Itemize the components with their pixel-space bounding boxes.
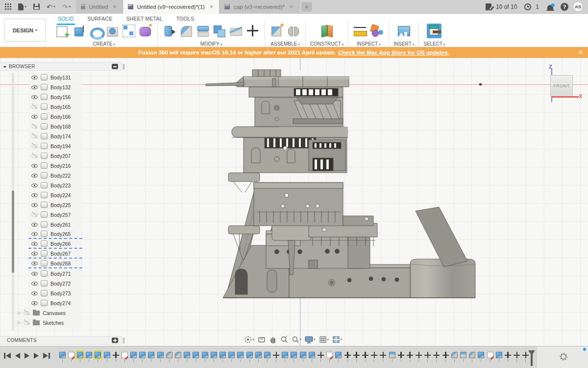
browser-body-row[interactable]: Body272: [28, 279, 82, 288]
timeline-feature-extrude[interactable]: [85, 351, 94, 362]
new-document-button[interactable]: ▾: [18, 3, 26, 10]
visibility-eye-icon[interactable]: [31, 182, 38, 188]
comments-panel-header[interactable]: COMMENTS: [0, 336, 122, 344]
timeline-feature-move[interactable]: [423, 351, 432, 362]
fillet-icon[interactable]: [179, 24, 194, 38]
timeline-feature-extrude[interactable]: [129, 351, 138, 362]
add-comment-icon[interactable]: [112, 338, 118, 343]
timeline-feature-extrude[interactable]: [58, 351, 67, 362]
timeline-feature-move[interactable]: [396, 351, 405, 362]
browser-body-row[interactable]: Body271: [28, 269, 82, 278]
visibility-eye-icon[interactable]: [31, 250, 38, 257]
browser-body-row[interactable]: Body261: [28, 220, 82, 229]
ribbon-group-label-construct[interactable]: CONSTRUCT: [310, 41, 343, 47]
grid-settings-icon[interactable]: ▾: [319, 336, 329, 343]
timeline-feature-extrude[interactable]: [254, 351, 263, 362]
visibility-eye-off-icon[interactable]: [31, 123, 38, 130]
visibility-eye-icon[interactable]: [31, 94, 38, 100]
timeline-feature-extrude[interactable]: [290, 351, 298, 362]
browser-body-row[interactable]: Body265: [28, 230, 82, 239]
visibility-eye-off-icon[interactable]: [31, 104, 38, 110]
browser-body-row[interactable]: Body165: [28, 102, 82, 111]
move-tool-icon[interactable]: [245, 24, 260, 38]
joint-icon[interactable]: [286, 24, 301, 38]
visibility-eye-off-icon[interactable]: [31, 133, 38, 139]
select-tool-icon[interactable]: [427, 24, 441, 38]
browser-body-row[interactable]: Body267: [28, 249, 82, 259]
timeline-feature-move[interactable]: [111, 351, 120, 362]
timeline-feature-extrude[interactable]: [94, 351, 102, 362]
measure-icon[interactable]: [353, 24, 368, 38]
pattern-icon[interactable]: [122, 24, 136, 38]
timeline-feature-move[interactable]: [415, 351, 423, 362]
timeline-feature-move[interactable]: [503, 351, 512, 362]
timeline-feature-sketch[interactable]: [325, 351, 334, 362]
workspace-selector-button[interactable]: DESIGN: [4, 19, 46, 42]
form-icon[interactable]: [138, 24, 153, 38]
section-analysis-icon[interactable]: [369, 24, 384, 38]
visibility-eye-off-icon[interactable]: [31, 153, 38, 159]
visibility-eye-icon[interactable]: [31, 260, 38, 266]
browser-body-row[interactable]: Body174: [28, 131, 82, 141]
browser-body-row[interactable]: Body156: [28, 92, 82, 102]
timeline-feature-extrude[interactable]: [298, 351, 307, 362]
timeline-feature-extrude[interactable]: [183, 351, 192, 362]
visibility-eye-icon[interactable]: [31, 113, 38, 120]
timeline-feature-extrude[interactable]: [102, 351, 111, 362]
display-settings-icon[interactable]: ▾: [305, 336, 316, 343]
timeline-feature-extrude[interactable]: [307, 351, 316, 362]
collapse-panel-icon[interactable]: ◂◂: [3, 64, 5, 69]
timeline-feature-extrude[interactable]: [138, 351, 147, 362]
browser-folder-row[interactable]: ▷Sketches: [15, 318, 82, 327]
new-tab-button[interactable]: +: [301, 2, 312, 12]
browser-body-row[interactable]: Body223: [28, 181, 82, 190]
notifications-bell-icon[interactable]: [547, 5, 553, 10]
timeline-feature-extrude[interactable]: [477, 351, 486, 362]
browser-body-row[interactable]: Body257: [28, 210, 82, 219]
ribbon-group-label-assemble[interactable]: ASSEMBLE: [270, 41, 299, 47]
visibility-eye-icon[interactable]: [31, 202, 38, 208]
browser-body-row[interactable]: Body194: [28, 141, 82, 151]
split-body-icon[interactable]: [229, 24, 244, 38]
create-sketch-icon[interactable]: [55, 24, 70, 38]
panel-display-toggle-icon[interactable]: [112, 64, 118, 69]
visibility-eye-icon[interactable]: [31, 270, 38, 277]
timeline-feature-move[interactable]: [405, 351, 414, 362]
browser-body-row[interactable]: Body268: [28, 259, 82, 268]
banner-link[interactable]: Check the Mac App Store for OS updates.: [338, 50, 449, 55]
visibility-eye-icon[interactable]: [31, 280, 38, 287]
ribbon-group-label-create[interactable]: CREATE: [93, 41, 115, 47]
ship-superstructure-model[interactable]: [205, 64, 479, 299]
fit-icon[interactable]: ▾: [292, 336, 302, 343]
viewports-icon[interactable]: ▾: [332, 336, 343, 343]
browser-body-row[interactable]: Body266: [28, 239, 82, 249]
browser-body-row[interactable]: Body222: [28, 171, 82, 180]
timeline-feature-move[interactable]: [272, 351, 281, 362]
pan-hand-icon[interactable]: [269, 336, 277, 343]
close-icon[interactable]: ×: [209, 3, 214, 10]
visibility-eye-off-icon[interactable]: [24, 310, 30, 316]
timeline-feature-extrude[interactable]: [147, 351, 156, 362]
shell-icon[interactable]: [196, 24, 210, 38]
document-tab-3[interactable]: cap (v3~recovered)*×: [220, 0, 299, 14]
visibility-eye-icon[interactable]: [31, 74, 38, 80]
visibility-eye-icon[interactable]: [31, 231, 38, 237]
expand-triangle-icon[interactable]: ▷: [18, 311, 21, 315]
browser-scrollbar-thumb[interactable]: [12, 190, 14, 273]
timeline-feature-shell[interactable]: [388, 351, 396, 362]
timeline-feature-extrude[interactable]: [209, 351, 218, 362]
press-pull-icon[interactable]: [162, 24, 177, 38]
browser-panel-header[interactable]: ◂◂ BROWSER: [0, 62, 122, 71]
timeline-feature-move[interactable]: [441, 351, 450, 362]
hole-icon[interactable]: [105, 24, 120, 38]
plane-icon[interactable]: [319, 24, 334, 38]
visibility-eye-icon[interactable]: [31, 172, 38, 179]
app-grid-icon[interactable]: [5, 3, 11, 10]
step-forward-button[interactable]: [34, 353, 39, 359]
browser-body-row[interactable]: Body207: [28, 151, 82, 160]
timeline-feature-fillet[interactable]: [165, 351, 173, 362]
skip-to-end-button[interactable]: [43, 353, 50, 359]
ribbon-group-label-select[interactable]: SELECT: [423, 41, 445, 47]
timeline-feature-move[interactable]: [361, 351, 369, 362]
timeline-feature-move[interactable]: [316, 351, 325, 362]
